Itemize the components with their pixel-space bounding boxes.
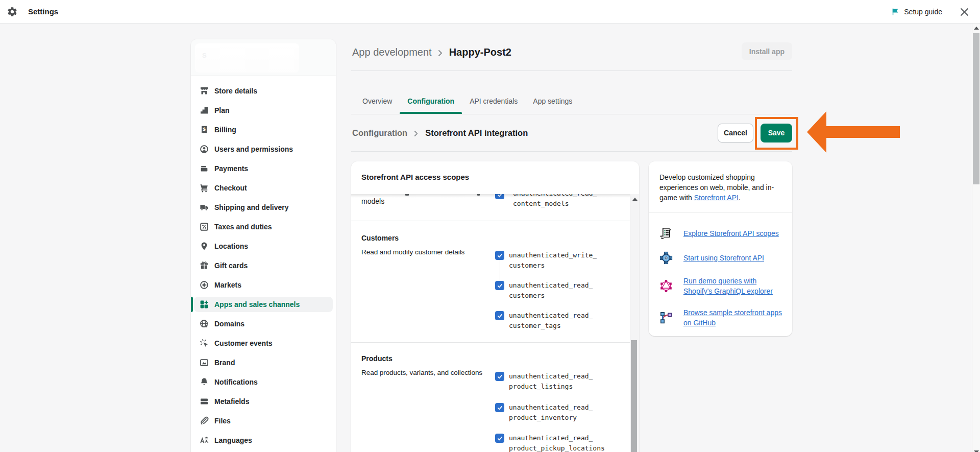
- storefront-api-info-card: Develop customized shopping experiences …: [649, 161, 792, 336]
- scope-item: unauthenticated_read_ product_listings: [495, 371, 620, 392]
- store-details-icon: [199, 86, 209, 96]
- sidebar-item-markets[interactable]: Markets: [194, 277, 333, 293]
- main-content: App development Happy-Post2 Install app …: [351, 23, 792, 452]
- scope-section-customers: Customers Read and modify customer detai…: [351, 221, 630, 342]
- card-scrollbar-thumb[interactable]: [631, 340, 637, 452]
- users-icon: [199, 144, 209, 154]
- tab-configuration[interactable]: Configuration: [400, 96, 462, 114]
- flag-icon: [891, 8, 899, 16]
- github-branch-icon: [659, 311, 673, 324]
- scope-checkbox[interactable]: [495, 434, 504, 443]
- scope-item: unauthenticated_read_ customers: [495, 280, 620, 301]
- start-using-link[interactable]: Start using Storefront API: [683, 253, 764, 263]
- annotation-arrow: [807, 111, 900, 155]
- scope-checkbox[interactable]: [495, 251, 504, 260]
- clipped-text-remnant: [405, 194, 409, 196]
- sidebar-item-shipping-and-delivery[interactable]: Shipping and delivery: [194, 200, 333, 215]
- section-description: Read and modify customer details: [361, 247, 488, 257]
- selected-indicator: [191, 297, 193, 312]
- sidebar-item-customer-events[interactable]: Customer events: [194, 336, 333, 351]
- scope-item: unauthenticated_read_ product_pickup_loc…: [495, 433, 620, 452]
- scope-item: unauthenticated_read_ customer_tags: [495, 311, 620, 331]
- checkout-icon: [199, 183, 209, 193]
- sidebar-item-checkout[interactable]: Checkout: [194, 180, 333, 196]
- graphql-icon: [659, 279, 673, 293]
- window-scrollbar-thumb[interactable]: [973, 33, 979, 184]
- sidebar-item-domains[interactable]: Domains: [194, 316, 333, 331]
- scope-code-label: customers: [509, 291, 593, 301]
- window-scrollbar[interactable]: [972, 23, 980, 452]
- sidebar-item-files[interactable]: Files: [194, 413, 333, 429]
- breadcrumb-configuration[interactable]: Configuration: [352, 128, 407, 138]
- storefront-api-link[interactable]: Storefront API: [694, 194, 739, 202]
- metafields-icon: [199, 396, 209, 407]
- sidebar-item-gift-cards[interactable]: Gift cards: [194, 258, 333, 273]
- subnav-page-title: Storefront API integration: [425, 128, 528, 138]
- sidebar-item-languages[interactable]: Languages: [194, 433, 333, 448]
- dependency-connector: [500, 260, 500, 280]
- sidebar-item-plan[interactable]: Plan: [194, 103, 333, 118]
- scope-row-content-partial: models unauthenticated_read_ content_mod…: [351, 194, 630, 221]
- cancel-button[interactable]: Cancel: [718, 124, 753, 142]
- graphiql-explorer-link[interactable]: Run demo queries with Shopify's GraphiQL…: [683, 276, 785, 296]
- sidebar-store-header: S: [191, 39, 336, 76]
- scroll-up-arrow-icon[interactable]: [632, 198, 638, 201]
- scope-item: unauthenticated_write_ customers: [495, 250, 620, 271]
- gear-pixel-icon: [659, 251, 673, 265]
- scope-code-label: unauthenticated_read_: [509, 402, 593, 413]
- install-app-button[interactable]: Install app: [742, 42, 792, 60]
- setup-guide-label: Setup guide: [904, 8, 942, 16]
- scroll-icon: [659, 227, 673, 240]
- scopes-scroll-area[interactable]: models unauthenticated_read_ content_mod…: [351, 194, 630, 452]
- card-scrollbar[interactable]: [630, 194, 639, 452]
- scope-checkbox[interactable]: [495, 372, 504, 381]
- sidebar-item-notifications[interactable]: Notifications: [194, 374, 333, 390]
- scope-checkbox[interactable]: [495, 403, 504, 412]
- tab-bar: Overview Configuration API credentials A…: [351, 71, 792, 114]
- setup-guide-button[interactable]: Setup guide: [891, 8, 942, 16]
- sidebar-item-taxes-and-duties[interactable]: Taxes and duties: [194, 219, 333, 234]
- scope-code-label: unauthenticated_read_: [509, 433, 605, 443]
- breadcrumb-app-development[interactable]: App development: [352, 46, 432, 58]
- tab-overview[interactable]: Overview: [355, 96, 400, 114]
- sidebar-item-metafields[interactable]: Metafields: [194, 394, 333, 409]
- scope-checkbox[interactable]: [495, 281, 504, 290]
- tab-api-credentials[interactable]: API credentials: [462, 96, 525, 114]
- scope-code-label: unauthenticated_read_: [509, 280, 593, 291]
- scroll-up-arrow-icon[interactable]: [974, 27, 979, 30]
- sidebar-item-apps-and-sales-channels[interactable]: Apps and sales channels: [194, 297, 333, 312]
- settings-gear-icon: [7, 6, 18, 17]
- chevron-right-icon: [438, 50, 443, 57]
- apps-icon: [199, 299, 209, 310]
- sidebar-item-billing[interactable]: $Billing: [194, 122, 333, 137]
- info-link-row: Explore Storefront API scopes: [659, 227, 785, 240]
- save-button[interactable]: Save: [761, 124, 792, 142]
- topbar: Settings Setup guide: [0, 0, 980, 23]
- scope-checkbox[interactable]: [495, 311, 504, 320]
- sidebar-item-brand[interactable]: Brand: [194, 355, 333, 370]
- explore-scopes-link[interactable]: Explore Storefront API scopes: [683, 228, 779, 239]
- github-samples-link[interactable]: Browse sample storefront apps on GitHub: [683, 307, 785, 328]
- tab-app-settings[interactable]: App settings: [525, 96, 580, 114]
- scope-checkbox[interactable]: [495, 194, 504, 199]
- scope-code-label: customer_tags: [509, 321, 593, 331]
- sidebar-item-payments[interactable]: Payments: [194, 161, 333, 176]
- sidebar-item-locations[interactable]: Locations: [194, 239, 333, 254]
- files-icon: [199, 416, 209, 426]
- scope-code-label: product_pickup_locations: [509, 443, 605, 452]
- scope-section-products: Products Read products, variants, and co…: [351, 343, 630, 452]
- languages-icon: [199, 435, 209, 445]
- scope-code-label: unauthenticated_write_: [509, 250, 597, 260]
- info-link-row: Browse sample storefront apps on GitHub: [659, 307, 785, 328]
- scope-description-partial: models: [361, 196, 384, 206]
- scope-code-label: unauthenticated_read_: [509, 311, 593, 321]
- domains-icon: [199, 319, 209, 329]
- clipped-text-remnant: [477, 194, 480, 196]
- sidebar-item-store-details[interactable]: Store details: [194, 83, 333, 99]
- info-link-row: Run demo queries with Shopify's GraphiQL…: [659, 276, 785, 296]
- subnav-divider: [351, 151, 792, 152]
- close-icon[interactable]: [957, 5, 971, 19]
- sidebar-item-users-and-permissions[interactable]: Users and permissions: [194, 141, 333, 157]
- scope-code-label: product_listings: [509, 382, 593, 392]
- storefront-api-scopes-card: Storefront API access scopes models unau…: [351, 161, 639, 452]
